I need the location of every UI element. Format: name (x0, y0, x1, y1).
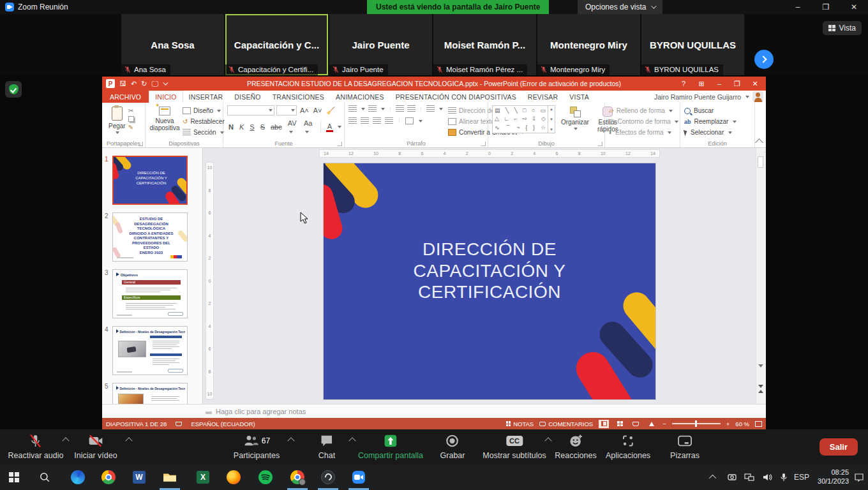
save-button[interactable]: 🖫 (119, 80, 126, 87)
account-name[interactable]: Jairo Ramiro Puente Guijarro (654, 91, 749, 103)
word-icon[interactable]: W (131, 470, 147, 485)
slide-title-text[interactable]: DIRECCIÓN DE CAPACITACIÓN Y CERTIFICACIÓ… (381, 239, 598, 303)
chrome-icon[interactable] (101, 470, 116, 485)
font-color-button[interactable]: A (326, 122, 333, 132)
new-slide-button[interactable]: Nueva diapositiva (149, 105, 180, 138)
bold-button[interactable]: N (227, 123, 235, 131)
ppt-close-button[interactable]: ✕ (747, 77, 763, 90)
shape-fill-button[interactable]: ▱Relleno de forma (609, 105, 677, 116)
justify-button[interactable] (385, 117, 393, 124)
notes-placeholder[interactable]: Haga clic para agregar notas (216, 408, 306, 415)
chrome-profile-icon[interactable] (290, 470, 305, 485)
tab-diseno[interactable]: DISEÑO (228, 91, 266, 103)
chevron-down-icon[interactable] (338, 126, 341, 128)
qat-customize-chevron-icon[interactable] (163, 80, 168, 85)
font-size-combobox[interactable] (276, 105, 297, 115)
security-shield-icon[interactable] (5, 81, 22, 98)
thumbnail-slide-3[interactable]: 3 Objetivos General Específicos (112, 269, 187, 318)
columns-button[interactable] (405, 117, 414, 124)
unmute-button[interactable]: Reactivar audio (8, 433, 64, 460)
tray-mic-icon[interactable] (780, 464, 788, 490)
increase-indent-button[interactable] (407, 105, 415, 112)
decrease-indent-button[interactable] (396, 105, 404, 112)
replace-button[interactable]: abReemplazar (684, 116, 752, 127)
section-button[interactable]: Sección (183, 127, 225, 138)
record-button[interactable]: Grabar (440, 433, 465, 460)
zoom-slider-thumb[interactable] (695, 420, 697, 427)
start-button[interactable] (6, 470, 22, 485)
thumbnail-slide-1[interactable]: 1 DIRECCIÓN DE CAPACITACIÓN Y CERTIFICAC… (112, 156, 187, 205)
paste-button[interactable]: Pegar (106, 105, 128, 135)
text-shadow-button[interactable]: abc (269, 123, 283, 131)
dialog-launcher-icon[interactable] (338, 142, 342, 146)
character-spacing-button[interactable]: AV (287, 119, 299, 135)
find-button[interactable]: Buscar (684, 105, 752, 116)
excel-icon[interactable]: X (195, 470, 211, 485)
help-button[interactable]: ? (675, 77, 692, 90)
arrange-button[interactable]: Organizar (558, 105, 592, 131)
participant-tile[interactable]: Moiset Ramón P... Moiset Ramón Pérez ... (433, 14, 536, 75)
redo-button[interactable]: ↻ (141, 80, 147, 88)
chevron-down-icon[interactable] (381, 108, 385, 110)
share-screen-button[interactable]: Compartir pantalla (358, 433, 423, 460)
scrollbar-thumb[interactable] (758, 156, 763, 168)
minimize-button[interactable]: – (784, 0, 812, 14)
scroll-down-icon[interactable] (758, 364, 763, 378)
start-slideshow-button[interactable]: 🖵 (151, 80, 158, 88)
shapes-gallery-scroll[interactable]: ▲▼▼ (548, 105, 555, 133)
close-button[interactable]: ✕ (840, 0, 868, 14)
tab-presentacion[interactable]: PRESENTACIÓN CON DIAPOSITIVAS (390, 91, 522, 103)
design-button[interactable]: Diseño (183, 105, 225, 116)
zoom-in-button[interactable]: + (726, 420, 730, 427)
fit-slide-button[interactable] (755, 421, 762, 427)
shape-effects-button[interactable]: ◐Efectos de forma (609, 127, 677, 138)
tray-expand-chevron[interactable] (711, 464, 716, 490)
edge-icon[interactable] (70, 470, 86, 485)
select-button[interactable]: Seleccionar (684, 127, 752, 138)
tab-animaciones[interactable]: ANIMACIONES (330, 91, 390, 103)
language-status[interactable]: ESPAÑOL (ECUADOR) (191, 420, 255, 427)
chevron-down-icon[interactable] (361, 108, 365, 110)
reactions-button[interactable]: Reacciones (555, 433, 596, 460)
chevron-down-icon[interactable] (419, 120, 423, 122)
start-video-button[interactable]: Iniciar vídeo (74, 433, 117, 460)
clock[interactable]: 08:25 30/1/2023 (818, 464, 849, 490)
notes-toggle-button[interactable]: NOTAS (506, 420, 534, 427)
align-left-button[interactable] (348, 117, 357, 124)
tab-revisar[interactable]: REVISAR (522, 91, 564, 103)
bullets-button[interactable] (348, 105, 357, 112)
firefox-icon[interactable] (226, 470, 241, 485)
video-options-chevron[interactable] (125, 437, 132, 444)
tray-volume-icon[interactable] (762, 464, 772, 490)
dialog-launcher-icon[interactable] (138, 142, 143, 146)
ribbon-display-button[interactable]: ⊞ (693, 77, 710, 90)
dialog-launcher-icon[interactable] (481, 142, 486, 146)
underline-button[interactable]: S (248, 123, 255, 131)
chevron-down-icon[interactable] (439, 108, 443, 110)
whiteboards-button[interactable]: Pizarras (670, 433, 700, 460)
ppt-minimize-button[interactable]: – (711, 77, 728, 90)
apps-button[interactable]: Aplicaciones (606, 433, 650, 460)
shape-outline-button[interactable]: ▢Contorno de forma (609, 116, 677, 127)
leave-meeting-button[interactable]: Salir (819, 438, 858, 456)
notes-bar[interactable]: Haga clic para agregar notas (102, 404, 766, 418)
clear-formatting-button[interactable]: 🧹 (326, 107, 337, 115)
slideshow-view-button[interactable] (647, 420, 657, 428)
tab-inicio[interactable]: INICIO (149, 91, 183, 103)
vista-button[interactable]: Vista (823, 21, 862, 35)
numbering-button[interactable] (368, 105, 377, 112)
obs-icon[interactable] (320, 470, 336, 485)
align-right-button[interactable] (373, 117, 381, 124)
comments-toggle-button[interactable]: COMENTARIOS (539, 420, 593, 427)
next-participants-button[interactable] (754, 50, 774, 69)
maximize-button[interactable]: ❐ (812, 0, 840, 14)
participant-tile[interactable]: Jairo Puente Jairo Puente (329, 14, 432, 75)
strikethrough-button[interactable]: S (259, 123, 266, 131)
spellcheck-icon[interactable] (176, 422, 182, 426)
slide-counter[interactable]: DIAPOSITIVA 1 DE 28 (106, 420, 167, 427)
reading-view-button[interactable] (631, 420, 641, 428)
notes-splitter-handle[interactable] (206, 409, 212, 414)
tray-network-icon[interactable] (744, 464, 754, 490)
slide-sorter-view-button[interactable] (615, 420, 625, 428)
ppt-restore-button[interactable]: ❐ (729, 77, 745, 90)
